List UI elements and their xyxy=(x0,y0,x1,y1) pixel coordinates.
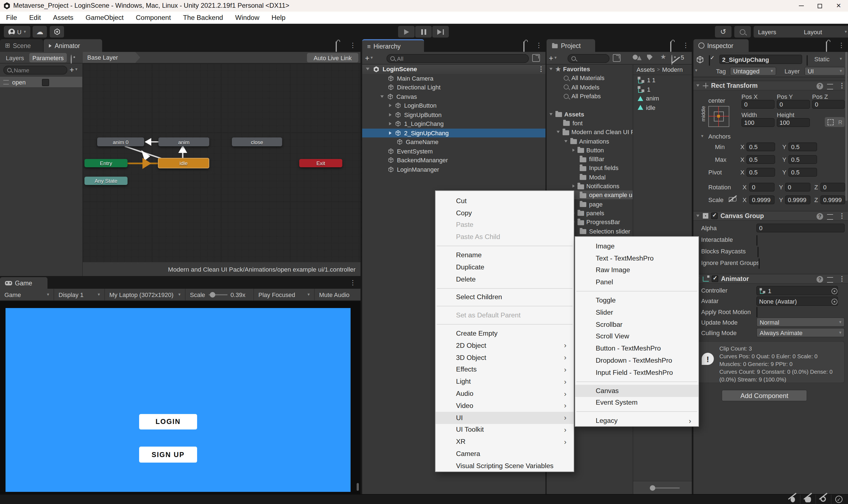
submenu-item-raw-image[interactable]: Raw Image xyxy=(575,264,698,276)
tab-project[interactable]: Project xyxy=(546,39,595,52)
menu-item-select-children[interactable]: Select Children xyxy=(436,291,574,303)
component-menu-icon[interactable]: ⋮ xyxy=(838,213,845,219)
static-caret[interactable]: ▾ xyxy=(840,57,842,61)
base-layer-breadcrumb[interactable]: Base Layer xyxy=(83,52,140,63)
plastic-scm-button[interactable] xyxy=(50,26,64,38)
collapse-caret-icon[interactable] xyxy=(549,68,552,70)
breadcrumb-current[interactable]: Modern xyxy=(662,66,683,73)
gameobject-name-field[interactable]: 2_SignUpChang xyxy=(719,55,802,64)
menu-item-rename[interactable]: Rename xyxy=(436,249,574,261)
submenu-item-image[interactable]: Image xyxy=(575,240,698,252)
state-any-state[interactable]: Any State xyxy=(85,177,128,185)
menu-item-ui-toolkit[interactable]: UI Toolkit› xyxy=(436,424,574,436)
rotation-y-field[interactable]: 0 xyxy=(785,183,810,192)
account-button[interactable]: U▾ xyxy=(4,26,30,38)
parameter-search-input[interactable]: Name xyxy=(3,66,67,74)
tab-scene[interactable]: ⊞Scene xyxy=(0,39,43,52)
scene-picker-icon[interactable] xyxy=(532,54,540,62)
gameobject-icon[interactable] xyxy=(696,55,704,64)
cloud-button[interactable]: ☁ xyxy=(33,26,47,38)
hierarchy-item-signupbutton[interactable]: SignUpButton xyxy=(362,110,545,119)
animator-enabled-checkbox[interactable] xyxy=(711,275,718,282)
canvas-group-enabled-checkbox[interactable] xyxy=(711,213,718,219)
menu-window[interactable]: Window xyxy=(229,12,266,24)
anchors-caret[interactable]: ▾ xyxy=(701,134,703,139)
inspector-lock-icon[interactable] xyxy=(826,41,827,52)
anchor-min-x-field[interactable]: 0.5 xyxy=(746,142,775,151)
project-all-models[interactable]: All Models xyxy=(546,83,633,92)
collapse-caret-icon[interactable] xyxy=(564,140,567,142)
hierarchy-item-canvas[interactable]: Canvas xyxy=(362,92,545,101)
expand-caret-icon[interactable] xyxy=(389,113,392,116)
alpha-field[interactable]: 0 xyxy=(756,223,845,232)
submenu-item-dropdown-tmp[interactable]: Dropdown - TextMeshPro xyxy=(575,355,698,366)
scale-track[interactable] xyxy=(209,294,227,295)
tag-dropdown[interactable]: Untagged▾ xyxy=(730,67,776,76)
layout-dropdown[interactable]: Layout▾ xyxy=(799,26,848,38)
game-scrollbar[interactable] xyxy=(357,483,359,491)
tab-game[interactable]: Game xyxy=(0,277,48,289)
menu-file[interactable]: File xyxy=(0,12,23,24)
menu-help[interactable]: Help xyxy=(266,12,292,24)
rotation-x-field[interactable]: 0 xyxy=(749,183,775,192)
project-all-prefabs[interactable]: All Prefabs xyxy=(546,92,633,101)
tab-hierarchy[interactable]: ≡Hierarchy xyxy=(362,39,424,52)
parameter-row-open[interactable]: open xyxy=(0,77,82,87)
menu-item-video[interactable]: Video› xyxy=(436,400,574,412)
inspector-scrollbar[interactable] xyxy=(845,52,847,201)
icon-caret[interactable]: ▾ xyxy=(695,69,697,73)
collapse-caret-icon[interactable] xyxy=(557,131,560,133)
state-close[interactable]: close xyxy=(232,138,282,146)
close-button[interactable]: ✕ xyxy=(829,0,848,12)
pivot-y-field[interactable]: 0.5 xyxy=(788,168,817,177)
minimize-button[interactable] xyxy=(792,0,810,12)
login-button[interactable]: LOGIN xyxy=(139,414,197,430)
avatar-object-field[interactable]: None (Avatar) xyxy=(756,296,838,306)
blocks-raycasts-checkbox[interactable] xyxy=(757,247,759,257)
pause-button[interactable] xyxy=(415,26,432,38)
layers-dropdown[interactable]: Layers▾ xyxy=(754,26,806,38)
submenu-item-canvas[interactable]: Canvas xyxy=(575,385,698,397)
width-field[interactable]: 100 xyxy=(741,118,775,127)
collapse-caret-icon[interactable] xyxy=(549,113,552,115)
pos-y-field[interactable]: 0 xyxy=(777,100,810,109)
animator-graph[interactable]: anim 0 anim close Entry idle Exit Any St… xyxy=(83,64,361,262)
search-button[interactable] xyxy=(734,26,751,38)
menu-item-visual-scripting[interactable]: Visual Scripting Scene Variables xyxy=(436,460,574,472)
presets-icon[interactable] xyxy=(827,84,833,89)
project-font[interactable]: font xyxy=(546,119,633,128)
anchor-min-y-field[interactable]: 0.5 xyxy=(788,142,817,151)
animator-lock-icon[interactable] xyxy=(336,41,337,52)
animator-parameters-toggle[interactable]: Parameters xyxy=(29,53,67,62)
menu-item-ui[interactable]: UI› xyxy=(436,412,574,424)
controller-picker-icon[interactable] xyxy=(831,288,837,294)
pos-z-field[interactable]: 0 xyxy=(812,100,845,109)
menu-edit[interactable]: Edit xyxy=(23,12,47,24)
menu-item-copy[interactable]: Copy xyxy=(436,207,574,219)
play-focused-dropdown[interactable]: Play Focused▾ xyxy=(254,289,315,300)
undo-history-button[interactable]: ↺ xyxy=(715,26,732,38)
add-component-button[interactable]: Add Component xyxy=(722,390,807,401)
play-button[interactable] xyxy=(398,26,415,38)
help-icon[interactable]: ? xyxy=(816,213,823,220)
rotation-z-field[interactable]: 0 xyxy=(820,183,845,192)
hierarchy-item-backendmananger[interactable]: BackendMananger xyxy=(362,156,545,165)
static-checkbox[interactable] xyxy=(807,55,808,66)
project-animations[interactable]: Animations xyxy=(546,137,633,146)
tab-inspector[interactable]: Inspector xyxy=(693,39,748,52)
label-tag-icon[interactable] xyxy=(647,55,653,60)
help-icon[interactable]: ? xyxy=(816,276,823,283)
submenu-item-toggle[interactable]: Toggle xyxy=(575,294,698,306)
project-zoom-slider[interactable] xyxy=(633,481,692,494)
scale-y-field[interactable]: 0.9999 xyxy=(785,195,810,204)
menu-the-backend[interactable]: The Backend xyxy=(177,12,229,24)
pivot-x-field[interactable]: 0.5 xyxy=(746,168,775,177)
step-button[interactable] xyxy=(432,26,449,38)
submenu-item-button-tmp[interactable]: Button - TextMeshPro xyxy=(575,343,698,355)
collapse-caret-icon[interactable] xyxy=(380,95,384,98)
hierarchy-menu-icon[interactable]: ⋮ xyxy=(536,42,542,49)
expand-caret-icon[interactable] xyxy=(366,68,369,71)
project-search-input[interactable] xyxy=(567,54,610,63)
animator-layers-toggle[interactable]: Layers xyxy=(1,53,29,62)
status-ok-icon[interactable]: ✓ xyxy=(835,496,843,503)
